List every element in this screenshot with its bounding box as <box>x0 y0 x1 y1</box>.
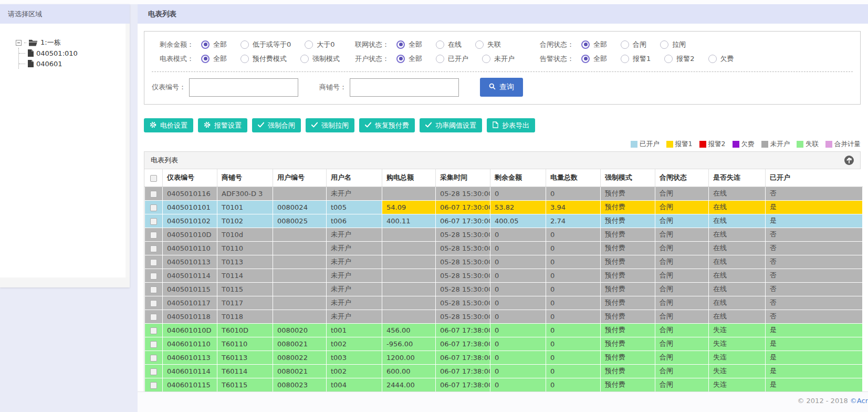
table-cell: T0101 <box>217 200 273 214</box>
row-checkbox[interactable] <box>150 232 157 239</box>
row-checkbox[interactable] <box>150 204 157 211</box>
radio-option[interactable]: 欠费 <box>708 54 734 64</box>
table-row[interactable]: 040501010DT010d未开户05-28 15:30:0000预付费合闸在… <box>145 228 863 241</box>
table-cell: 预付费 <box>601 214 655 228</box>
radio-option[interactable]: 已开户 <box>436 54 468 64</box>
radio-option[interactable]: 全部 <box>396 40 422 49</box>
power-threshold-button[interactable]: 功率阈值设置 <box>420 118 482 132</box>
table-row[interactable]: 040601010DT6010D0080020t001456.0006-07 1… <box>145 323 863 337</box>
radio-icon[interactable] <box>581 55 590 63</box>
select-all-checkbox[interactable] <box>150 175 157 182</box>
row-checkbox[interactable] <box>150 314 157 321</box>
table-cell: 合闸 <box>655 241 709 255</box>
radio-option[interactable]: 大于0 <box>305 40 334 49</box>
radio-icon[interactable] <box>664 55 673 63</box>
radio-icon[interactable] <box>396 40 405 49</box>
table-row[interactable]: 0405010116ADF300-D 3未开户05-28 15:30:0000预… <box>145 187 863 200</box>
radio-icon[interactable] <box>300 55 309 63</box>
table-cell: 05-28 15:30:00 <box>436 269 490 282</box>
radio-icon[interactable] <box>201 40 210 49</box>
radio-option[interactable]: 全部 <box>581 54 607 64</box>
tree-leaf-label[interactable]: 040501:010 <box>36 49 78 57</box>
tree-leaf-label[interactable]: 040601 <box>36 60 62 68</box>
row-checkbox[interactable] <box>150 245 157 252</box>
radio-option[interactable]: 预付费模式 <box>240 54 287 64</box>
radio-option[interactable]: 拉闸 <box>660 40 686 49</box>
radio-option[interactable]: 全部 <box>201 40 227 49</box>
radio-option[interactable]: 失联 <box>475 40 501 49</box>
radio-icon[interactable] <box>482 55 490 63</box>
row-checkbox[interactable] <box>150 286 157 293</box>
table-row[interactable]: 0405010117T0117未开户05-28 15:30:0000预付费合闸在… <box>145 296 863 310</box>
row-checkbox[interactable] <box>150 355 157 362</box>
force-close-switch-button[interactable]: 强制合闸 <box>252 118 301 132</box>
column-header: 合闸状态 <box>655 169 709 187</box>
radio-option[interactable]: 在线 <box>436 40 462 49</box>
radio-icon[interactable] <box>621 55 629 63</box>
table-row[interactable]: 0405010113T0113未开户05-28 15:30:0000预付费合闸在… <box>145 255 863 269</box>
table-row[interactable]: 0406010114T601140080021t002600.0006-07 1… <box>145 364 863 378</box>
radio-option[interactable]: 低于或等于0 <box>240 40 291 49</box>
table-row[interactable]: 0406010115T601150080023t0042444.0006-07 … <box>145 378 863 392</box>
radio-option[interactable]: 未开户 <box>482 54 515 64</box>
radio-icon[interactable] <box>436 55 444 63</box>
row-checkbox[interactable] <box>150 259 157 266</box>
tree-node-root[interactable]: 1:一栋 <box>16 37 130 48</box>
table-row[interactable]: 0406010110T601100080021t002-956.0006-07 … <box>145 337 863 351</box>
force-open-switch-button[interactable]: 强制拉闸 <box>306 118 354 132</box>
radio-option[interactable]: 全部 <box>396 54 422 64</box>
table-cell: 0080021 <box>273 337 327 351</box>
radio-icon[interactable] <box>475 40 484 49</box>
shop-number-input[interactable] <box>350 78 459 97</box>
radio-option[interactable]: 全部 <box>201 54 227 64</box>
radio-option[interactable]: 强制模式 <box>300 54 340 64</box>
tree-node-leaf[interactable]: 040501:010 <box>19 48 130 58</box>
meter-number-input[interactable] <box>189 78 298 97</box>
tree-node-leaf[interactable]: 040601 <box>19 58 130 69</box>
table-row[interactable]: 0405010115T0115未开户05-28 15:30:0000预付费合闸在… <box>145 282 863 296</box>
row-checkbox[interactable] <box>150 191 157 198</box>
sidebar-title: 请选择区域 <box>0 4 130 24</box>
query-button[interactable]: 查询 <box>480 78 523 97</box>
table-row[interactable]: 0405010118T0118未开户05-28 15:30:0000预付费合闸在… <box>145 310 863 323</box>
tree-expand-toggle[interactable] <box>16 40 22 46</box>
radio-icon[interactable] <box>581 40 590 49</box>
radio-icon[interactable] <box>396 55 405 63</box>
row-checkbox[interactable] <box>150 382 157 389</box>
radio-icon[interactable] <box>621 40 629 49</box>
tree-root-label[interactable]: 1:一栋 <box>40 38 61 47</box>
table-row[interactable]: 0405010114T0114未开户05-28 15:30:0000预付费合闸在… <box>145 269 863 282</box>
alarm-settings-button[interactable]: 报警设置 <box>198 118 247 132</box>
filter-group-label: 开户状态： <box>343 54 389 64</box>
radio-icon[interactable] <box>201 55 210 63</box>
radio-icon[interactable] <box>240 40 249 49</box>
table-cell: t005 <box>327 200 382 214</box>
row-checkbox[interactable] <box>150 300 157 307</box>
radio-icon[interactable] <box>436 40 444 49</box>
restore-prepaid-button[interactable]: 恢复预付费 <box>359 118 415 132</box>
row-checkbox[interactable] <box>150 273 157 280</box>
radio-icon[interactable] <box>660 40 668 49</box>
radio-option[interactable]: 合闸 <box>621 40 646 49</box>
radio-option[interactable]: 全部 <box>581 40 607 49</box>
table-row[interactable]: 0405010102T01020080025t006400.1106-07 17… <box>145 214 863 228</box>
table-cell: 否 <box>766 296 863 310</box>
meter-export-button[interactable]: 抄表导出 <box>487 118 535 132</box>
radio-icon[interactable] <box>708 55 717 63</box>
up-circle-icon[interactable] <box>844 156 854 165</box>
table-cell: 05-28 15:30:00 <box>436 255 490 269</box>
table-row[interactable]: 0406010113T601130080022t0031200.0006-07 … <box>145 351 863 364</box>
radio-option[interactable]: 报警1 <box>621 54 651 64</box>
row-checkbox[interactable] <box>150 218 157 225</box>
table-row[interactable]: 0405010110T0110未开户05-28 15:30:0000预付费合闸在… <box>145 241 863 255</box>
radio-icon[interactable] <box>305 40 313 49</box>
radio-icon[interactable] <box>240 55 249 63</box>
sidebar-scrollbar[interactable] <box>126 24 130 277</box>
price-settings-button[interactable]: 电价设置 <box>144 118 193 132</box>
row-checkbox[interactable] <box>150 341 157 348</box>
table-body: 0405010116ADF300-D 3未开户05-28 15:30:0000预… <box>145 187 863 392</box>
radio-option[interactable]: 报警2 <box>664 54 694 64</box>
row-checkbox[interactable] <box>150 327 157 334</box>
table-row[interactable]: 0405010101T01010080024t00554.0906-07 17:… <box>145 200 863 214</box>
row-checkbox[interactable] <box>150 368 157 375</box>
